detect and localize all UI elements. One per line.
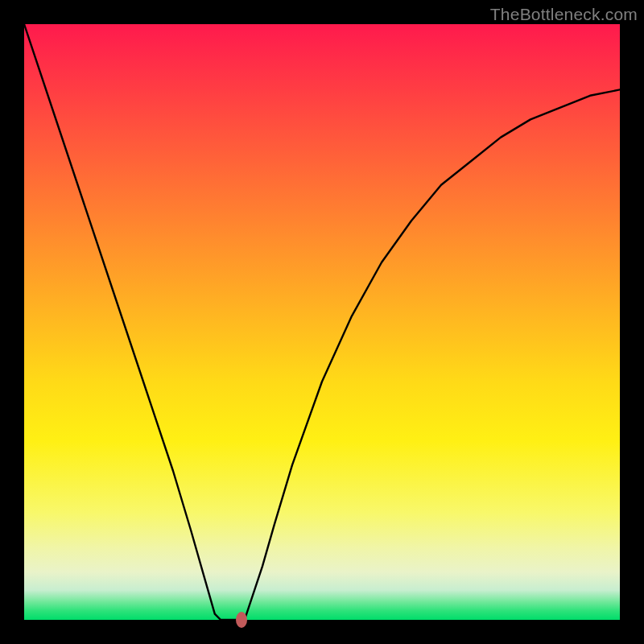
selected-point-marker	[236, 612, 247, 628]
bottleneck-curve	[24, 24, 620, 620]
curve-svg	[24, 24, 620, 620]
attribution-label: TheBottleneck.com	[490, 5, 638, 24]
plot-area	[24, 24, 620, 620]
chart-frame: TheBottleneck.com	[0, 0, 644, 644]
